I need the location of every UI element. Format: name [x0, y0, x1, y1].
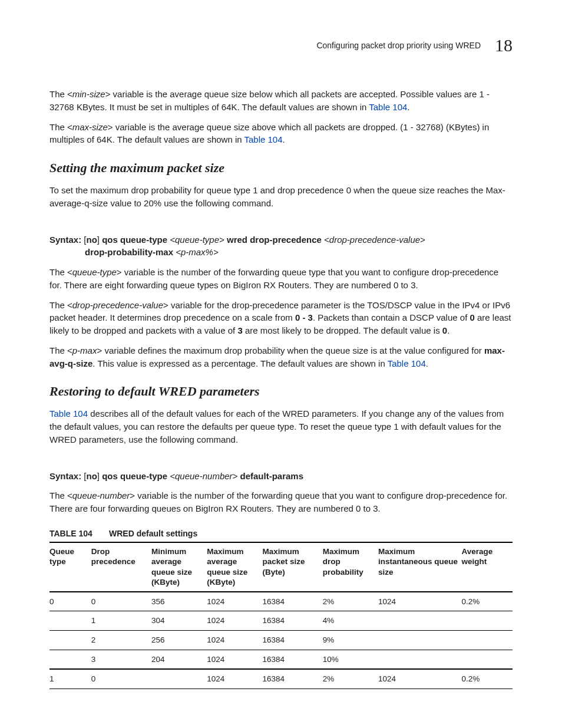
table-cell: 0.2%	[461, 669, 513, 689]
table-cell: 1024	[207, 631, 262, 650]
heading-restoring-default-wred: Restoring to default WRED parameters	[49, 384, 513, 399]
table-cell: 1	[49, 669, 91, 689]
table-cell: 1024	[378, 592, 461, 611]
paragraph-drop-precedence-value: The <drop-precedence-value> variable for…	[49, 299, 513, 337]
table-row: 320410241638410%	[49, 650, 513, 669]
table-row: 13041024163844%	[49, 611, 513, 631]
table-header: Maximum packet size (Byte)	[263, 542, 323, 592]
var-queue-number: queue-number	[72, 490, 130, 500]
paragraph-p-max: The <p-max> variable defines the maximum…	[49, 344, 513, 370]
var-p-max: p-max	[72, 345, 97, 355]
table-cell	[378, 650, 461, 669]
header-title: Configuring packet drop priority using W…	[316, 41, 481, 50]
table-caption: WRED default settings	[109, 529, 197, 538]
chapter-number: 18	[495, 35, 513, 55]
link-table-104[interactable]: Table 104	[369, 102, 407, 112]
table-cell: 1024	[207, 650, 262, 669]
var-max-size: max-size	[72, 122, 108, 132]
table-label: TABLE 104	[49, 529, 92, 538]
paragraph-set-max-drop: To set the maximum drop probability for …	[49, 184, 513, 210]
paragraph-max-size: The <max-size> variable is the average q…	[49, 121, 513, 147]
table-cell: 1024	[207, 592, 262, 611]
table-title: TABLE 104 WRED default settings	[49, 528, 513, 538]
table-cell: 16384	[263, 611, 323, 631]
table-cell: 1024	[378, 669, 461, 689]
link-table-104[interactable]: Table 104	[49, 409, 88, 419]
table-cell: 0	[91, 592, 151, 611]
table-row: 22561024163849%	[49, 631, 513, 650]
table-cell: 3	[91, 650, 151, 669]
table-cell: 0.2%	[461, 592, 513, 611]
heading-setting-max-packet-size: Setting the maximum packet size	[49, 160, 513, 176]
table-cell	[461, 631, 513, 650]
link-table-104[interactable]: Table 104	[244, 134, 282, 144]
table-cell: 204	[151, 650, 207, 669]
table-header: Maximum instantaneous queue size	[378, 542, 461, 592]
table-cell	[49, 650, 91, 669]
table-cell: 2%	[323, 592, 378, 611]
var-min-size: min-size	[72, 89, 105, 99]
table-cell: 16384	[263, 592, 323, 611]
table-cell: 1024	[207, 611, 262, 631]
table-header: Maximum average queue size (KByte)	[207, 542, 262, 592]
syntax-label: Syntax:	[49, 471, 81, 481]
table-cell: 16384	[263, 650, 323, 669]
table-header: Minimum average queue size (KByte)	[151, 542, 207, 592]
table-cell: 0	[91, 669, 151, 689]
syntax-label: Syntax:	[49, 235, 81, 245]
table-header: Maximum drop probability	[323, 542, 378, 592]
table-cell: 256	[151, 631, 207, 650]
var-queue-type: queue-type	[72, 267, 117, 277]
syntax-block-2: Syntax: [no] qos queue-type <queue-numbe…	[49, 470, 513, 483]
table-cell	[378, 631, 461, 650]
table-header: Drop precedence	[91, 542, 151, 592]
table-header: Average weight	[461, 542, 513, 592]
table-cell: 2%	[323, 669, 378, 689]
var-drop-precedence-value: drop-precedence-value	[72, 300, 163, 310]
table-cell	[151, 669, 207, 689]
table-cell: 10%	[323, 650, 378, 669]
link-table-104[interactable]: Table 104	[388, 358, 426, 368]
table-cell: 1024	[207, 669, 262, 689]
table-cell	[461, 650, 513, 669]
table-cell: 1	[91, 611, 151, 631]
syntax-block-1: Syntax: [no] qos queue-type <queue-type>…	[49, 233, 513, 259]
table-row: 101024163842%10240.2%	[49, 669, 513, 689]
table-cell	[461, 611, 513, 631]
table-cell: 9%	[323, 631, 378, 650]
table-cell: 2	[91, 631, 151, 650]
table-cell: 304	[151, 611, 207, 631]
table-cell: 16384	[263, 631, 323, 650]
paragraph-queue-type: The <queue-type> variable is the number …	[49, 266, 513, 292]
paragraph-queue-number: The <queue-number> variable is the numbe…	[49, 489, 513, 515]
table-cell	[49, 631, 91, 650]
table-cell: 4%	[323, 611, 378, 631]
table-cell	[49, 611, 91, 631]
table-cell: 356	[151, 592, 207, 611]
wred-default-settings-table: Queue typeDrop precedenceMinimum average…	[49, 542, 513, 689]
page-header: Configuring packet drop priority using W…	[49, 35, 513, 55]
table-cell: 16384	[263, 669, 323, 689]
paragraph-restore-defaults: Table 104 describes all of the default v…	[49, 407, 513, 446]
table-cell: 0	[49, 592, 91, 611]
paragraph-min-size: The <min-size> variable is the average q…	[49, 88, 513, 114]
table-header: Queue type	[49, 542, 91, 592]
table-cell	[378, 611, 461, 631]
table-row: 003561024163842%10240.2%	[49, 592, 513, 611]
